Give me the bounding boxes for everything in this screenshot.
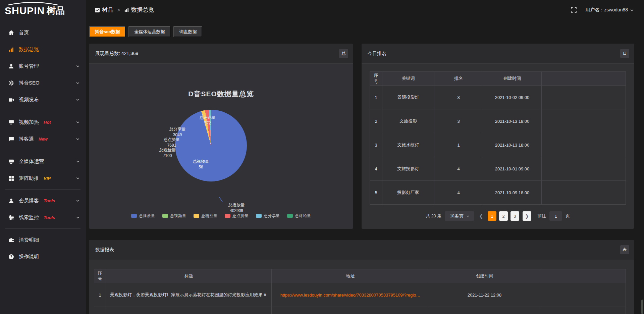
legend-label: 总分享量 xyxy=(264,213,280,219)
chevron-down-icon xyxy=(76,159,80,163)
chevron-down-icon xyxy=(466,214,470,218)
report-col-header: 创建时间 xyxy=(429,269,540,283)
chevron-down-icon xyxy=(630,8,634,12)
sidebar-item-1[interactable]: 首页 xyxy=(0,24,86,41)
overview-card-header: 展现量总数: 421,369 总 xyxy=(89,44,353,64)
rank-col-header: 关键词 xyxy=(382,72,434,85)
tab-1[interactable]: 抖音seo数据 xyxy=(89,26,125,37)
pie-chart: D音SEO数据量总览 总评论量 572 总分享量 3049 总点赞量 7681 xyxy=(89,64,353,229)
data-report-card: 数据报表 表 序号标题地址创建时间1景观投影灯，夜游景观投影灯厂家展示展示落花灯… xyxy=(89,240,634,314)
legend-item-2[interactable]: 总视频量 xyxy=(162,213,186,219)
sidebar-item-6[interactable]: 视频加热Hot xyxy=(0,114,86,130)
rank-cell: 3 xyxy=(434,86,483,109)
sidebar-badge: Hot xyxy=(44,120,51,125)
overview-total-button[interactable]: 总 xyxy=(339,49,348,58)
page-button-3[interactable]: 3 xyxy=(511,211,519,221)
breadcrumb-root[interactable]: 树品 xyxy=(95,6,113,14)
sidebar-item-label: 账号管理 xyxy=(19,63,39,69)
sidebar-item-11[interactable]: 线索监控Tools xyxy=(0,209,86,226)
dashboard-page: SHUPIN 树品 首页数据总览账号管理抖音SEO视频发布视频加热Hot抖客通N… xyxy=(0,0,644,314)
sidebar-item-8[interactable]: 全媒体运营 xyxy=(0,153,86,170)
callout-fans: 总粉丝量 7100 xyxy=(151,147,184,159)
legend-label: 总视频量 xyxy=(170,213,186,219)
rank-card-title: 今日排名 xyxy=(368,51,386,57)
breadcrumb-current-label: 数据总览 xyxy=(131,6,154,14)
report-table-row: 1景观投影灯，夜游景观投影灯厂家展示展示落花灯在花园里的灯光投影应用效果 #ht… xyxy=(94,283,626,307)
legend-swatch xyxy=(162,214,168,218)
report-col-filler xyxy=(540,269,626,283)
rank-table-row: 3文旅水纹灯12021-10-13 18:00 xyxy=(370,133,626,157)
page-button-1[interactable]: 1 xyxy=(488,211,496,221)
rank-col-header: 序号 xyxy=(370,72,382,85)
rank-cell: 景观投影灯 xyxy=(382,86,434,109)
prev-page-button[interactable]: ❮ xyxy=(478,213,484,219)
app-logo[interactable]: SHUPIN 树品 xyxy=(0,0,86,21)
today-rank-card: 今日排名 日 序号关键词排名创建时间1景观投影灯32021-10-02 09:0… xyxy=(362,44,634,229)
chat-icon xyxy=(8,136,14,142)
legend-item-3[interactable]: 总粉丝量 xyxy=(194,213,217,219)
rank-cell: 2 xyxy=(370,109,382,133)
sidebar-item-3[interactable]: 账号管理 xyxy=(0,58,86,74)
sidebar-item-label: 线索监控 xyxy=(19,214,39,221)
tab-2[interactable]: 全媒体运营数据 xyxy=(128,26,170,37)
overview-card: 展现量总数: 421,369 总 D音SEO数据量总览 总评论量 572 总分享… xyxy=(89,44,353,229)
sidebar-item-label: 消费明细 xyxy=(19,237,39,243)
page-button-2[interactable]: 2 xyxy=(499,211,508,221)
report-table: 序号标题地址创建时间1景观投影灯，夜游景观投影灯厂家展示展示落花灯在花园里的灯光… xyxy=(94,269,626,314)
page-buttons: 123 xyxy=(488,211,519,221)
tab-3[interactable]: 询盘数据 xyxy=(173,26,202,37)
scrollbar-thumb[interactable] xyxy=(641,300,643,314)
pagination-total: 共 23 条 xyxy=(426,213,442,219)
legend-label: 总评论量 xyxy=(295,213,311,219)
fullscreen-icon[interactable] xyxy=(571,7,577,13)
sidebar-item-label: 抖音SEO xyxy=(19,80,40,86)
sidebar-item-label: 抖客通 xyxy=(19,136,34,142)
page-size-select[interactable]: 10条/页 xyxy=(445,211,474,221)
chevron-down-icon xyxy=(76,120,80,124)
screen-icon xyxy=(8,158,14,164)
sidebar-item-12[interactable]: 消费明细 xyxy=(0,231,86,248)
user-menu[interactable]: 用户名：zswodun88 xyxy=(585,7,634,13)
sidebar-item-10[interactable]: 会员爆客Tools xyxy=(0,192,86,209)
member-icon xyxy=(8,198,14,204)
legend-item-6[interactable]: 总评论量 xyxy=(287,213,311,219)
rank-cell: 3 xyxy=(370,133,382,157)
report-col-header: 地址 xyxy=(272,269,429,283)
rank-cell: 5 xyxy=(370,181,382,204)
sidebar-badge: VIP xyxy=(44,176,51,181)
rank-table-row: 1景观投影灯32021-10-02 09:00 xyxy=(370,86,626,109)
rank-cell: 1 xyxy=(434,133,483,157)
sidebar-item-4[interactable]: 抖音SEO xyxy=(0,74,86,91)
rank-day-button[interactable]: 日 xyxy=(620,49,629,58)
legend-item-1[interactable]: 总播放量 xyxy=(131,213,155,219)
goto-page-input[interactable] xyxy=(549,211,562,221)
sidebar-divider xyxy=(5,111,80,111)
rank-table-row: 5投影灯厂家42021-10-09 18:00 xyxy=(370,181,626,205)
callout-videos: 总视频量 58 xyxy=(184,159,218,170)
sidebar-divider xyxy=(5,228,80,229)
sidebar-item-7[interactable]: 抖客通New xyxy=(0,130,86,147)
rank-cell: 4 xyxy=(434,157,483,180)
overview-card-title: 展现量总数: 421,369 xyxy=(95,51,138,57)
legend-item-5[interactable]: 总分享量 xyxy=(256,213,280,219)
report-video-link[interactable]: https://www.iesdouyin.com/share/video/70… xyxy=(280,293,421,298)
sidebar-item-9[interactable]: 矩阵助推VIP xyxy=(0,170,86,187)
rank-table-row: 4文旅投影灯42021-10-01 09:00 xyxy=(370,157,626,181)
legend-swatch xyxy=(256,214,262,218)
rank-cell: 文旅水纹灯 xyxy=(382,133,434,157)
next-page-button[interactable]: ❯ xyxy=(523,211,531,221)
callout-plays: 总播放量 402909 xyxy=(220,202,253,214)
trend-icon xyxy=(95,7,100,13)
report-table-button[interactable]: 表 xyxy=(620,245,629,254)
home-icon xyxy=(8,30,14,36)
legend-item-4[interactable]: 总点赞量 xyxy=(225,213,249,219)
sidebar-item-5[interactable]: 视频发布 xyxy=(0,91,86,108)
svg-text:?: ? xyxy=(10,255,12,259)
sidebar-item-2[interactable]: 数据总览 xyxy=(0,41,86,58)
chevron-down-icon xyxy=(76,64,80,68)
rank-cell: 2021-10-13 18:00 xyxy=(483,133,542,157)
sidebar-item-13[interactable]: ?操作说明 xyxy=(0,248,86,265)
logo-arc xyxy=(6,2,60,5)
breadcrumb-current[interactable]: 数据总览 xyxy=(124,6,154,14)
report-table-header: 序号标题地址创建时间 xyxy=(94,269,626,283)
